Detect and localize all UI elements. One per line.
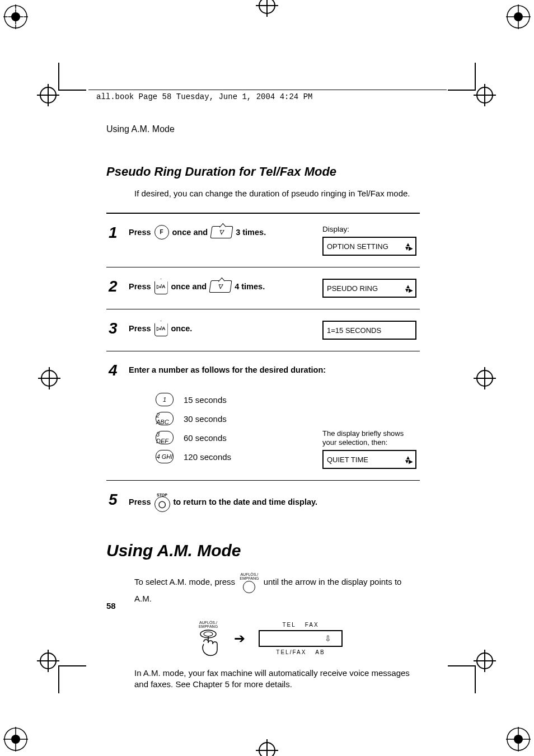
option-row: 2 ABC 30 seconds [156,412,316,425]
reg-target-icon [3,727,28,752]
lcd-display: OPTION SETTING [322,237,416,256]
option-label: 60 seconds [184,433,227,443]
step-row: 1 Press F once and ▽ 3 times. Display: [106,214,420,267]
step-instruction: Press ▷/A once and ▽ 4 times. [129,279,316,294]
step-number: 5 [109,492,121,508]
reg-cross-icon [472,83,497,107]
option-label: 30 seconds [184,414,227,424]
step-number: 3 [109,321,121,336]
svg-point-18 [204,632,213,636]
stop-key-icon: ◯ [154,496,170,512]
reg-cross-icon [37,366,62,391]
option-row: 3 DEF 60 seconds [156,431,316,444]
body-text: To select A.M. mode, press [134,577,235,587]
reg-cross-icon [36,83,60,107]
down-key-icon: ▽ [209,280,232,293]
reg-cross-icon [472,366,497,391]
key-over-label: AUFLÖS./ EMPFANG [199,621,218,628]
step-text: Press [129,225,151,240]
crop-mark-icon [58,665,86,693]
numeric-key-icon: 1 [156,393,174,406]
numeric-key-icon: 2 ABC [156,412,174,425]
steps-table: 1 Press F once and ▽ 3 times. Display: [106,213,420,523]
step-instruction: Press ▷/A once. [129,321,316,336]
display-label: Display: [322,225,416,233]
step-number: 4 [109,363,121,378]
lcd-text: PSEUDO RING [327,284,378,293]
step-text: 4 times. [235,279,265,294]
label: FAX [305,622,319,628]
option-label: 120 seconds [184,452,231,462]
body-paragraph: To select A.M. mode, press AUFLÖS./ EMPF… [134,572,420,604]
section-title-main: Using A.M. Mode [106,541,420,560]
step-instruction: Press F once and ▽ 3 times. [129,225,316,240]
lcd-text: OPTION SETTING [327,242,388,251]
option-label: 15 seconds [184,395,227,405]
step-text: Enter a number as follows for the desire… [129,363,326,377]
key-over-label: STOP [157,493,167,497]
step-row: 2 Press ▷/A once and ▽ 4 times. PSE [106,267,420,309]
step-number: 2 [109,279,121,294]
reg-target-icon [506,4,531,29]
reg-target-icon [506,727,531,752]
step-number: 1 [109,225,121,241]
lcd-display: 1=15 SECONDS [322,321,416,340]
reg-cross-icon [255,738,279,756]
lcd-display: QUIET TIME [322,450,416,469]
label: TEL [282,622,296,628]
section-title: Pseudo Ring Duration for Tel/Fax Mode [106,165,420,179]
reg-cross-icon [255,0,279,18]
crop-mark-icon [58,63,86,91]
page: all.book Page 58 Tuesday, June 1, 2004 4… [0,0,534,756]
key-over-label: AUFLÖS./ EMPFANG [240,572,259,580]
step-text: once and [171,279,207,294]
label: TEL/FAX [276,649,306,655]
running-head: Using A.M. Mode [106,124,420,134]
nav-arrows-icon [404,284,412,292]
down-key-icon: ▽ [210,226,233,238]
crop-mark-icon [448,63,476,91]
header-meta-text: all.book Page 58 Tuesday, June 1, 2004 4… [96,92,312,101]
page-number: 58 [106,601,116,611]
option-row: 4 GHI 120 seconds [156,450,316,463]
page-content: Using A.M. Mode Pseudo Ring Duration for… [106,124,420,690]
diagram-bottom-labels: TEL/FAX AB [276,649,325,655]
step-row: 5 Press STOP ◯ to return to the date and… [106,481,420,523]
lcd-display: ⇩ [259,630,343,647]
down-arrow-icon: ⇩ [325,634,331,643]
numeric-key-icon: 4 GHI [156,450,174,463]
mode-diagram: AUFLÖS./ EMPFANG ➔ TEL FAX ⇩ [196,621,420,656]
step-row: 3 Press ▷/A once. 1=15 SECONDS [106,309,420,351]
step-instruction: Enter a number as follows for the desire… [129,363,326,377]
option-row: 1 15 seconds [156,393,316,406]
mode-key-icon [243,581,255,593]
label: AB [315,649,325,655]
lcd-display: PSEUDO RING [322,279,416,298]
nav-arrows-icon [404,456,412,463]
play-key-icon: ▷/A [154,279,168,294]
reg-cross-icon [36,649,60,673]
step-text: 3 times. [236,225,266,240]
step-text: once and [172,225,208,240]
header-rule [88,90,447,90]
display-note: The display briefly shows your selection… [322,429,416,447]
step-text: Press [129,279,151,294]
press-button-icon [196,628,221,656]
section-intro: If desired, you can change the duration … [134,188,420,199]
reg-cross-icon [472,649,497,673]
step-text: to return to the date and time display. [174,495,318,509]
lcd-text: 1=15 SECONDS [327,326,381,335]
step-instruction: Press STOP ◯ to return to the date and t… [129,492,416,512]
play-key-icon: ▷/A [154,321,168,336]
step-text: Press [129,321,151,336]
arrow-right-icon: ➔ [234,631,245,646]
body-paragraph: In A.M. mode, your fax machine will auto… [134,668,420,691]
nav-arrows-icon [404,242,412,250]
step-text: Press [129,495,151,509]
step-text: once. [171,321,193,336]
crop-mark-icon [448,665,476,693]
step-row: 4 Enter a number as follows for the desi… [106,351,420,481]
numeric-key-icon: 3 DEF [156,431,174,444]
reg-target-icon [3,4,28,29]
diagram-top-labels: TEL FAX [282,622,318,628]
